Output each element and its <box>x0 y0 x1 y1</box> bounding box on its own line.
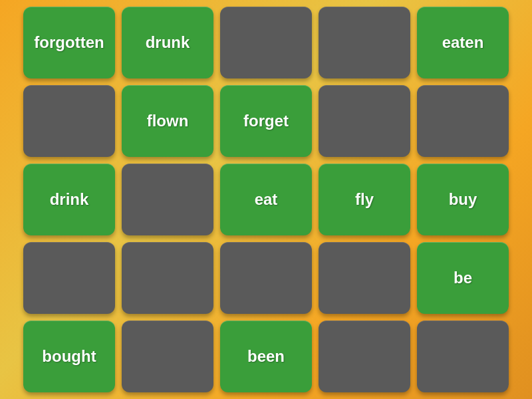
card-label-r0c1: drunk <box>146 33 190 52</box>
card-label-r2c0: drink <box>50 190 89 209</box>
card-r0c2[interactable] <box>220 7 312 78</box>
card-r3c3[interactable] <box>319 242 410 314</box>
card-label-r0c4: eaten <box>442 33 484 52</box>
card-r3c1[interactable] <box>122 242 213 314</box>
card-r4c3[interactable] <box>319 321 410 392</box>
card-r2c0[interactable]: drink <box>23 164 115 235</box>
card-grid: forgottendrunkeatenflownforgetdrinkeatfl… <box>17 0 515 399</box>
card-r1c1[interactable]: flown <box>122 85 213 157</box>
card-r0c1[interactable]: drunk <box>122 7 213 78</box>
card-label-r1c1: flown <box>147 112 189 130</box>
card-r3c0[interactable] <box>23 242 115 314</box>
card-r2c1[interactable] <box>122 164 213 235</box>
card-r1c4[interactable] <box>417 85 509 157</box>
card-r4c4[interactable] <box>417 321 509 392</box>
card-r3c4[interactable]: be <box>417 242 509 314</box>
card-label-r3c4: be <box>454 269 472 287</box>
card-r1c0[interactable] <box>23 85 115 157</box>
card-label-r2c4: buy <box>449 190 477 209</box>
card-r2c3[interactable]: fly <box>319 164 410 235</box>
card-label-r0c0: forgotten <box>34 33 104 52</box>
card-r0c3[interactable] <box>319 7 410 78</box>
card-r4c0[interactable]: bought <box>23 321 115 392</box>
card-label-r1c2: forget <box>243 112 289 130</box>
card-r0c0[interactable]: forgotten <box>23 7 115 78</box>
card-r3c2[interactable] <box>220 242 312 314</box>
card-label-r4c2: been <box>247 347 285 366</box>
card-label-r2c3: fly <box>355 190 374 209</box>
card-r2c4[interactable]: buy <box>417 164 509 235</box>
card-r1c3[interactable] <box>319 85 410 157</box>
card-r1c2[interactable]: forget <box>220 85 312 157</box>
card-r4c2[interactable]: been <box>220 321 312 392</box>
card-r2c2[interactable]: eat <box>220 164 312 235</box>
card-r0c4[interactable]: eaten <box>417 7 509 78</box>
card-r4c1[interactable] <box>122 321 213 392</box>
card-label-r4c0: bought <box>42 347 96 366</box>
card-label-r2c2: eat <box>255 190 278 209</box>
